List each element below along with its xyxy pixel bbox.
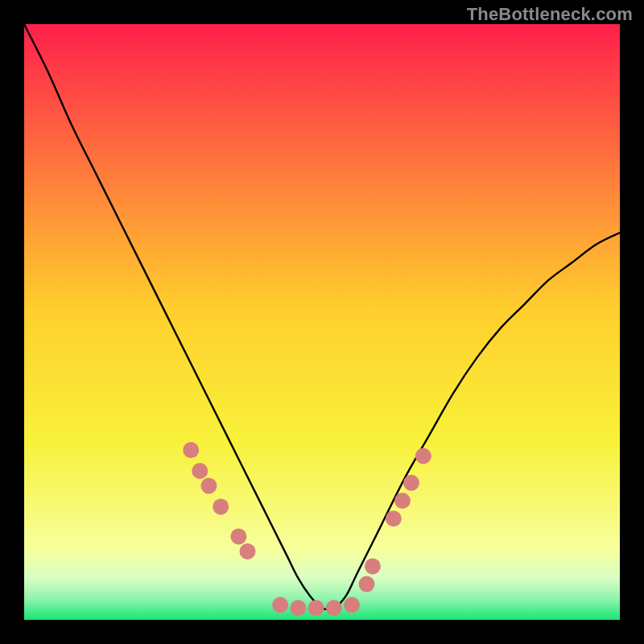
curve-marker — [403, 475, 419, 491]
curve-marker — [308, 600, 324, 616]
curve-marker — [359, 576, 375, 592]
curve-marker — [200, 478, 217, 494]
curve-marker — [386, 510, 402, 526]
curve-marker — [344, 597, 360, 613]
curve-marker — [183, 442, 199, 458]
watermark-text: TheBottleneck.com — [467, 4, 633, 25]
curve-marker — [213, 498, 229, 514]
curve-marker — [230, 528, 246, 544]
curve-marker — [192, 463, 208, 479]
gradient-background — [24, 24, 620, 620]
curve-marker — [326, 600, 342, 616]
curve-marker — [394, 493, 411, 509]
curve-marker — [272, 597, 288, 613]
curve-marker — [365, 558, 381, 574]
chart-frame: TheBottleneck.com — [0, 0, 644, 644]
chart-svg — [24, 24, 620, 620]
plot-area — [24, 24, 620, 620]
curve-marker — [240, 543, 256, 559]
curve-marker — [415, 448, 431, 464]
curve-marker — [290, 600, 306, 616]
